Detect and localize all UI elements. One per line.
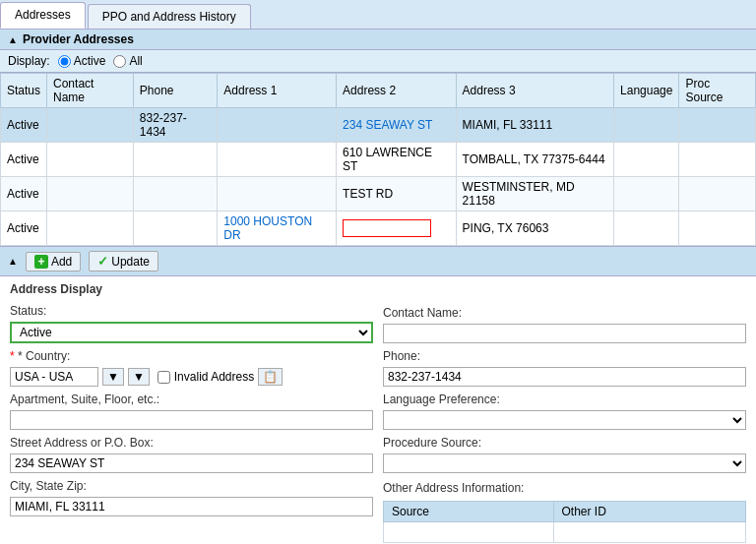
row1-addr2: 234 SEAWAY ST	[337, 108, 457, 143]
street-label: Street Address or P.O. Box:	[10, 436, 373, 450]
table-row[interactable]: Active 1000 HOUSTON DR PING, TX 76063	[1, 212, 756, 246]
other-addr-col-source: Source	[384, 502, 554, 522]
row3-lang	[614, 177, 679, 212]
tab-bar: Addresses PPO and Address History	[0, 0, 756, 30]
col-language: Language	[614, 74, 679, 108]
city-label: City, State Zip:	[10, 479, 373, 493]
table-row[interactable]: Active 610 LAWRENCE ST TOMBALL, TX 77375…	[1, 143, 756, 177]
row2-addr3: TOMBALL, TX 77375-6444	[456, 143, 614, 177]
radio-all[interactable]	[113, 55, 126, 68]
provider-addresses-header: ▲ Provider Addresses	[0, 30, 756, 50]
row2-contact	[47, 143, 134, 177]
check-icon: ✓	[97, 254, 108, 269]
form-area: Address Display Status: Active Inactive …	[0, 276, 756, 544]
invalid-address-checkbox[interactable]	[158, 371, 170, 384]
row2-phone	[133, 143, 218, 177]
row3-contact	[47, 177, 134, 212]
row4-proc	[679, 212, 756, 246]
invalid-address-label[interactable]: Invalid Address	[158, 370, 254, 384]
form-left: Address Display Status: Active Inactive …	[10, 282, 373, 544]
row3-addr2: TEST RD	[337, 177, 457, 212]
row1-phone: 832-237-1434	[133, 108, 218, 143]
proc-source-select[interactable]	[383, 453, 746, 473]
status-dropdown: Active Inactive	[10, 322, 373, 343]
row4-phone	[133, 212, 218, 246]
proc-source-label: Procedure Source:	[383, 436, 746, 450]
row1-contact	[47, 108, 134, 143]
other-addr-row-empty	[384, 522, 746, 543]
update-label: Update	[111, 255, 150, 269]
phone-label: Phone:	[383, 349, 746, 363]
table-row[interactable]: Active 832-237-1434 234 SEAWAY ST MIAMI,…	[1, 108, 756, 143]
tab-ppo-history[interactable]: PPO and Address History	[88, 4, 251, 29]
copy-icon[interactable]: 📋	[258, 368, 283, 386]
filter-icon[interactable]: ▼	[102, 368, 124, 386]
contact-name-input[interactable]	[383, 324, 746, 343]
row3-proc	[679, 177, 756, 212]
radio-all-label[interactable]: All	[113, 54, 142, 68]
display-row: Display: Active All	[0, 50, 756, 73]
apt-label: Apartment, Suite, Floor, etc.:	[10, 393, 373, 406]
country-dd-arrow[interactable]: ▼	[128, 368, 150, 386]
radio-active-text: Active	[74, 54, 106, 68]
invalid-address-text: Invalid Address	[174, 370, 254, 384]
address-table-container: Status Contact Name Phone Address 1 Addr…	[0, 73, 756, 247]
other-addr-table: Source Other ID	[383, 501, 746, 543]
form-right: Contact Name: Phone: Language Preference…	[383, 282, 746, 544]
country-input[interactable]	[10, 367, 98, 387]
row2-proc	[679, 143, 756, 177]
apt-input[interactable]	[10, 410, 373, 430]
row2-addr1	[218, 143, 337, 177]
status-select[interactable]: Active Inactive	[10, 322, 373, 343]
row1-lang	[614, 108, 679, 143]
display-label: Display:	[8, 54, 50, 68]
street-input[interactable]	[10, 453, 373, 473]
collapse-icon[interactable]: ▲	[8, 34, 18, 45]
tab-addresses[interactable]: Addresses	[0, 2, 86, 29]
other-addr-col-otherid: Other ID	[553, 502, 746, 522]
country-row: ▼ ▼ Invalid Address 📋	[10, 367, 373, 387]
row4-status: Active	[1, 212, 47, 246]
phone-input[interactable]	[383, 367, 746, 387]
row4-addr3: PING, TX 76063	[456, 212, 614, 246]
row1-addr3: MIAMI, FL 33111	[456, 108, 614, 143]
radio-active[interactable]	[58, 55, 71, 68]
row3-phone	[133, 177, 218, 212]
lang-label: Language Preference:	[383, 393, 746, 406]
country-label: * Country:	[10, 349, 373, 363]
lang-select[interactable]	[383, 410, 746, 430]
col-phone: Phone	[133, 74, 218, 108]
row3-addr1	[218, 177, 337, 212]
row4-lang	[614, 212, 679, 246]
action-collapse-icon[interactable]: ▲	[8, 256, 18, 267]
radio-all-text: All	[129, 54, 142, 68]
form-title: Address Display	[10, 282, 373, 296]
row2-addr2: 610 LAWRENCE ST	[337, 143, 457, 177]
row4-addr1: 1000 HOUSTON DR	[218, 212, 337, 246]
address-table: Status Contact Name Phone Address 1 Addr…	[0, 73, 756, 246]
update-button[interactable]: ✓ Update	[89, 251, 158, 272]
section-title: Provider Addresses	[23, 32, 134, 46]
radio-active-label[interactable]: Active	[58, 54, 106, 68]
row4-addr2-input[interactable]	[343, 219, 431, 237]
col-proc-source: Proc Source	[679, 74, 756, 108]
row2-status: Active	[1, 143, 47, 177]
other-addr-label: Other Address Information:	[383, 481, 746, 495]
add-icon: +	[34, 255, 48, 269]
col-status: Status	[1, 74, 47, 108]
col-contact: Contact Name	[47, 74, 134, 108]
status-label: Status:	[10, 304, 373, 318]
table-row[interactable]: Active TEST RD WESTMINSTER, MD 21158	[1, 177, 756, 212]
row2-lang	[614, 143, 679, 177]
add-label: Add	[51, 255, 72, 269]
row3-addr3: WESTMINSTER, MD 21158	[456, 177, 614, 212]
row4-addr2	[337, 212, 457, 246]
contact-name-label: Contact Name:	[383, 306, 746, 320]
row1-proc	[679, 108, 756, 143]
row3-status: Active	[1, 177, 47, 212]
city-input[interactable]	[10, 497, 373, 516]
row4-contact	[47, 212, 134, 246]
row1-status: Active	[1, 108, 47, 143]
add-button[interactable]: + Add	[26, 252, 81, 272]
row1-addr1	[218, 108, 337, 143]
